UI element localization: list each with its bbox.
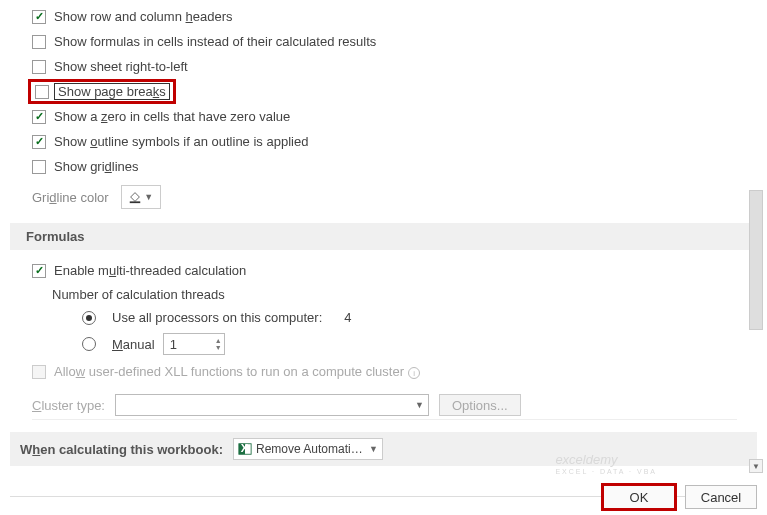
cluster-type-row: Cluster type: ▼ Options... bbox=[0, 384, 767, 418]
option-show-zero[interactable]: Show a zero in cells that have zero valu… bbox=[0, 104, 767, 129]
option-label: Show row and column headers bbox=[54, 9, 233, 24]
chevron-down-icon: ▼ bbox=[144, 192, 153, 202]
chevron-down-icon: ▼ bbox=[369, 444, 378, 454]
threads-count-label: Number of calculation threads bbox=[52, 283, 767, 306]
processor-count-value: 4 bbox=[344, 310, 351, 325]
option-label: Show page breaks bbox=[54, 83, 170, 100]
workbook-dropdown[interactable]: X Remove Automatic... ▼ bbox=[233, 438, 383, 460]
svg-rect-0 bbox=[130, 201, 141, 203]
radio-manual[interactable]: Manual 1 ▲ ▼ bbox=[52, 329, 767, 359]
option-multi-threaded[interactable]: Enable multi-threaded calculation bbox=[0, 258, 767, 283]
watermark: exceldemy EXCEL · DATA · VBA bbox=[555, 450, 657, 475]
info-icon[interactable]: i bbox=[408, 367, 420, 379]
options-panel: Show row and column headers Show formula… bbox=[0, 0, 767, 497]
spinner-value: 1 bbox=[170, 337, 177, 352]
dialog-buttons: OK Cancel bbox=[603, 485, 757, 509]
option-gridlines[interactable]: Show gridlines bbox=[0, 154, 767, 179]
ok-button[interactable]: OK bbox=[603, 485, 675, 509]
checkbox-icon[interactable] bbox=[32, 10, 46, 24]
option-show-row-col-headers[interactable]: Show row and column headers bbox=[0, 4, 767, 29]
option-page-breaks-highlighted[interactable]: Show page breaks bbox=[28, 79, 176, 104]
formulas-section-header: Formulas bbox=[10, 223, 757, 250]
chevron-down-icon: ▼ bbox=[415, 400, 424, 410]
bucket-icon bbox=[128, 190, 142, 204]
radio-icon[interactable] bbox=[82, 337, 96, 351]
option-label: Show outline symbols if an outline is ap… bbox=[54, 134, 308, 149]
excel-workbook-icon: X bbox=[238, 442, 252, 456]
cluster-options-button: Options... bbox=[439, 394, 521, 416]
radio-label: Manual bbox=[112, 337, 155, 352]
checkbox-icon[interactable] bbox=[32, 60, 46, 74]
checkbox-icon[interactable] bbox=[35, 85, 49, 99]
radio-label: Use all processors on this computer: bbox=[112, 310, 322, 325]
checkbox-icon[interactable] bbox=[32, 160, 46, 174]
manual-threads-spinner[interactable]: 1 ▲ ▼ bbox=[163, 333, 225, 355]
gridline-color-dropdown[interactable]: ▼ bbox=[121, 185, 161, 209]
option-label: Show formulas in cells instead of their … bbox=[54, 34, 376, 49]
radio-icon[interactable] bbox=[82, 311, 96, 325]
gridline-color-label: Gridline color bbox=[32, 190, 109, 205]
option-xll-cluster: Allow user-defined XLL functions to run … bbox=[0, 359, 767, 384]
scroll-down-button[interactable]: ▼ bbox=[749, 459, 763, 473]
checkbox-icon[interactable] bbox=[32, 35, 46, 49]
workbook-label: When calculating this workbook: bbox=[20, 442, 223, 457]
option-label: Show sheet right-to-left bbox=[54, 59, 188, 74]
spinner-up-icon[interactable]: ▲ bbox=[215, 337, 222, 344]
scrollbar-thumb[interactable] bbox=[749, 190, 763, 330]
svg-text:X: X bbox=[241, 442, 249, 454]
option-label: Enable multi-threaded calculation bbox=[54, 263, 246, 278]
option-label: Show gridlines bbox=[54, 159, 139, 174]
option-sheet-rtl[interactable]: Show sheet right-to-left bbox=[0, 54, 767, 79]
checkbox-icon[interactable] bbox=[32, 135, 46, 149]
workbook-selected: Remove Automatic... bbox=[256, 442, 365, 456]
threads-group: Number of calculation threads Use all pr… bbox=[0, 283, 767, 359]
option-label: Show a zero in cells that have zero valu… bbox=[54, 109, 290, 124]
cluster-type-dropdown[interactable]: ▼ bbox=[115, 394, 429, 416]
option-outline-symbols[interactable]: Show outline symbols if an outline is ap… bbox=[0, 129, 767, 154]
cancel-button[interactable]: Cancel bbox=[685, 485, 757, 509]
option-label: Allow user-defined XLL functions to run … bbox=[54, 364, 420, 379]
spinner-down-icon[interactable]: ▼ bbox=[215, 344, 222, 351]
option-show-formulas[interactable]: Show formulas in cells instead of their … bbox=[0, 29, 767, 54]
gridline-color-row: Gridline color ▼ bbox=[0, 185, 767, 209]
cluster-type-label: Cluster type: bbox=[32, 398, 105, 413]
checkbox-icon[interactable] bbox=[32, 110, 46, 124]
radio-use-all-processors[interactable]: Use all processors on this computer: 4 bbox=[52, 306, 767, 329]
checkbox-icon bbox=[32, 365, 46, 379]
checkbox-icon[interactable] bbox=[32, 264, 46, 278]
